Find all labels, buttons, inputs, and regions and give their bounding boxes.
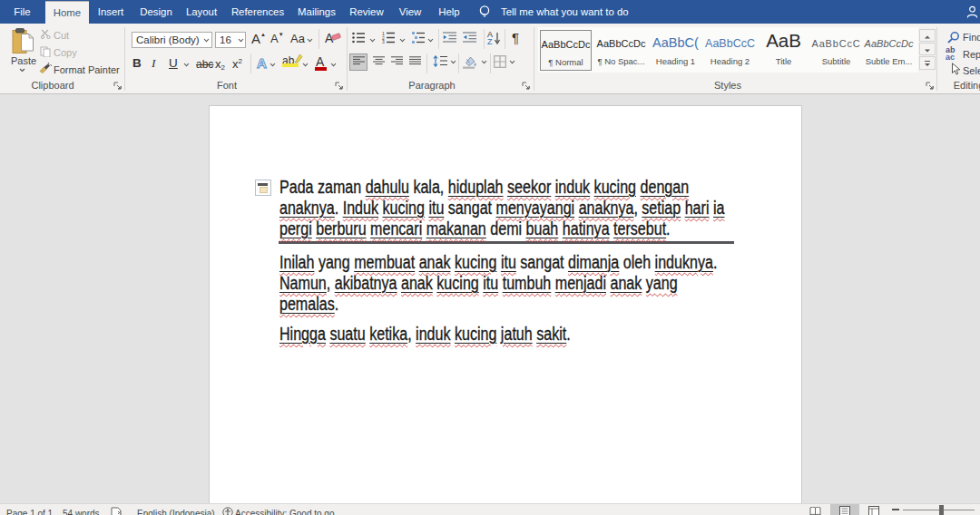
svg-text:3: 3	[382, 39, 385, 44]
